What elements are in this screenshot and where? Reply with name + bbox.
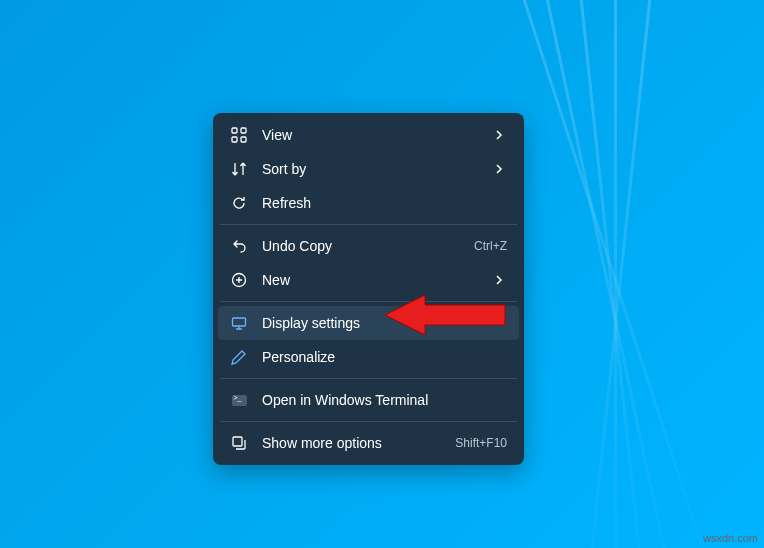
menu-label: Undo Copy xyxy=(262,238,474,254)
menu-label: New xyxy=(262,272,493,288)
menu-label: View xyxy=(262,127,493,143)
new-icon xyxy=(230,271,248,289)
menu-separator xyxy=(220,378,517,379)
menu-label: Refresh xyxy=(262,195,507,211)
menu-label: Show more options xyxy=(262,435,455,451)
menu-shortcut: Ctrl+Z xyxy=(474,239,507,253)
refresh-icon xyxy=(230,194,248,212)
desktop-context-menu: View Sort by Refresh Undo Copy Ctrl+Z Ne… xyxy=(213,113,524,465)
menu-label: Personalize xyxy=(262,349,507,365)
menu-separator xyxy=(220,421,517,422)
more-options-icon xyxy=(230,434,248,452)
menu-label: Open in Windows Terminal xyxy=(262,392,507,408)
svg-rect-1 xyxy=(241,128,246,133)
chevron-right-icon xyxy=(493,273,507,287)
red-arrow-annotation xyxy=(385,290,515,340)
menu-item-refresh[interactable]: Refresh xyxy=(218,186,519,220)
svg-rect-2 xyxy=(232,137,237,142)
view-icon xyxy=(230,126,248,144)
chevron-right-icon xyxy=(493,128,507,142)
svg-rect-0 xyxy=(232,128,237,133)
menu-item-sort-by[interactable]: Sort by xyxy=(218,152,519,186)
menu-shortcut: Shift+F10 xyxy=(455,436,507,450)
sort-icon xyxy=(230,160,248,178)
menu-separator xyxy=(220,224,517,225)
svg-marker-7 xyxy=(385,295,505,335)
menu-item-show-more-options[interactable]: Show more options Shift+F10 xyxy=(218,426,519,460)
undo-icon xyxy=(230,237,248,255)
menu-item-open-terminal[interactable]: Open in Windows Terminal xyxy=(218,383,519,417)
svg-rect-6 xyxy=(233,437,242,446)
terminal-icon xyxy=(230,391,248,409)
menu-item-undo-copy[interactable]: Undo Copy Ctrl+Z xyxy=(218,229,519,263)
menu-label: Sort by xyxy=(262,161,493,177)
display-settings-icon xyxy=(230,314,248,332)
svg-rect-3 xyxy=(241,137,246,142)
menu-item-personalize[interactable]: Personalize xyxy=(218,340,519,374)
personalize-icon xyxy=(230,348,248,366)
svg-rect-5 xyxy=(233,318,246,326)
chevron-right-icon xyxy=(493,162,507,176)
watermark-text: wsxdn.com xyxy=(703,532,758,544)
menu-item-view[interactable]: View xyxy=(218,118,519,152)
